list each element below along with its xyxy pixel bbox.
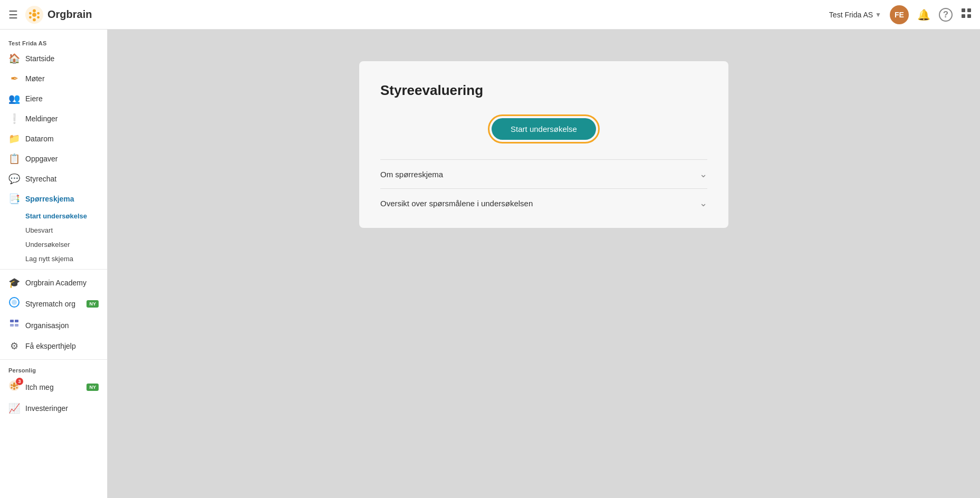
sidebar-sub-label-start-undersokelse: Start undersøkelse (25, 212, 87, 220)
sidebar-sub-label-ubesvart: Ubesvart (25, 226, 53, 234)
messages-icon: ❕ (8, 113, 20, 125)
sidebar-item-fa-eksperthjelp[interactable]: ⚙ Få eksperthjelp (0, 336, 107, 356)
main-card: Styreevaluering Start undersøkelse Om sp… (359, 61, 728, 228)
help-icon[interactable]: ? (939, 8, 953, 22)
sidebar-personal-section-label: Personlig (0, 363, 107, 376)
accordion-item-om-sporreskjema[interactable]: Om spørreskjema ⌄ (380, 159, 707, 188)
sidebar-item-label-eiere: Eiere (25, 94, 43, 103)
logo-area: Orgbrain (24, 5, 92, 25)
sidebar-item-label-styrematch-org: Styrematch org (25, 300, 75, 308)
avatar-initials: FE (895, 11, 904, 19)
sidebar-item-styrematch-org[interactable]: Styrematch org NY (0, 293, 107, 314)
styrematch-org-badge: NY (87, 300, 99, 308)
orgbrain-logo-icon (24, 5, 44, 25)
header-left: ☰ Orgbrain (8, 5, 829, 25)
sidebar-item-label-oppgaver: Oppgaver (25, 155, 57, 163)
svg-point-7 (32, 13, 36, 17)
sidebar-item-label-moter: Møter (25, 74, 45, 83)
sidebar-item-organisasjon[interactable]: Organisasjon (0, 314, 107, 336)
svg-point-3 (37, 16, 40, 18)
org-icon (8, 319, 20, 332)
sidebar-item-itch-meg[interactable]: 3 Itch meg NY (0, 376, 107, 398)
sidebar-item-oppgaver[interactable]: 📋 Oppgaver (0, 149, 107, 169)
home-icon: 🏠 (8, 53, 20, 64)
sidebar-item-meldinger[interactable]: ❕ Meldinger (0, 109, 107, 129)
sidebar-item-label-styrechat: Styrechat (25, 175, 56, 183)
company-name: Test Frida AS (829, 11, 873, 19)
dataroom-icon: 📁 (8, 133, 20, 145)
sidebar-sub-item-undersokelser[interactable]: Undersøkelser (0, 237, 107, 252)
tasks-icon: 📋 (8, 153, 20, 165)
start-undersokelse-button[interactable]: Start undersøkelse (492, 118, 596, 140)
svg-point-1 (33, 9, 36, 12)
svg-point-21 (16, 387, 18, 389)
accordion-label-om-sporreskjema: Om spørreskjema (380, 170, 443, 179)
svg-rect-15 (15, 320, 18, 322)
sidebar-item-styrechat[interactable]: 💬 Styrechat (0, 169, 107, 189)
svg-point-2 (37, 12, 40, 14)
content-area: Styreevaluering Start undersøkelse Om sp… (108, 30, 980, 498)
sidebar-item-label-meldinger: Meldinger (25, 114, 57, 123)
sidebar-sub-item-start-undersokelse[interactable]: Start undersøkelse (0, 209, 107, 223)
accordion-label-oversikt-sporsmal: Oversikt over spørsmålene i undersøkelse… (380, 199, 533, 208)
sidebar-item-label-sporreskjema: Spørreskjema (25, 195, 74, 203)
sidebar-item-investeringer[interactable]: 📈 Investeringer (0, 398, 107, 418)
accordion-item-oversikt-sporsmal[interactable]: Oversikt over spørsmålene i undersøkelse… (380, 188, 707, 217)
company-chevron-icon: ▼ (875, 11, 881, 18)
sidebar: Test Frida AS 🏠 Startside ✒ Møter 👥 Eier… (0, 30, 108, 498)
accordion-chevron-om-sporreskjema-icon: ⌄ (699, 168, 707, 180)
main-layout: Test Frida AS 🏠 Startside ✒ Møter 👥 Eier… (0, 30, 980, 498)
header-right: Test Frida AS ▼ FE 🔔 ? (829, 5, 972, 24)
sidebar-item-label-organisasjon: Organisasjon (25, 321, 69, 330)
svg-point-4 (33, 18, 36, 21)
svg-point-6 (29, 12, 32, 14)
sidebar-item-label-academy: Orgbrain Academy (25, 279, 87, 287)
logo-text: Orgbrain (47, 8, 92, 21)
sidebar-item-eiere[interactable]: 👥 Eiere (0, 89, 107, 109)
svg-point-25 (13, 384, 16, 387)
sidebar-item-moter[interactable]: ✒ Møter (0, 69, 107, 89)
sidebar-item-label-expert: Få eksperthjelp (25, 342, 76, 350)
sidebar-section-label: Test Frida AS (0, 36, 107, 49)
sidebar-sub-item-ubesvart[interactable]: Ubesvart (0, 223, 107, 237)
sidebar-item-label-itch-meg: Itch meg (25, 383, 54, 391)
sidebar-item-label-datarom: Datarom (25, 135, 54, 143)
svg-point-22 (13, 388, 15, 390)
apps-grid-icon[interactable] (961, 8, 972, 21)
sidebar-sub-label-lag-nytt-skjema: Lag nytt skjema (25, 255, 73, 263)
start-button-wrapper: Start undersøkelse (380, 114, 707, 143)
owners-icon: 👥 (8, 93, 20, 104)
questionnaire-icon: 📑 (8, 193, 20, 205)
svg-point-23 (11, 387, 13, 389)
investments-icon: 📈 (8, 403, 20, 414)
itchmeg-icon: 3 (8, 380, 20, 394)
notification-icon[interactable]: 🔔 (917, 8, 930, 21)
svg-point-24 (11, 384, 13, 386)
sidebar-sub-item-lag-nytt-skjema[interactable]: Lag nytt skjema (0, 252, 107, 266)
sidebar-item-orgbrain-academy[interactable]: 🎓 Orgbrain Academy (0, 273, 107, 293)
svg-point-5 (29, 16, 32, 18)
app-header: ☰ Orgbrain Test Frida AS ▼ (0, 0, 980, 30)
svg-rect-16 (10, 324, 14, 327)
svg-rect-11 (967, 14, 971, 18)
sidebar-item-label-investeringer: Investeringer (25, 404, 68, 413)
itch-meg-badge-count: 3 (16, 378, 23, 385)
meetings-icon: ✒ (8, 73, 20, 84)
sidebar-item-sporreskjema[interactable]: 📑 Spørreskjema (0, 189, 107, 209)
svg-rect-9 (967, 8, 971, 12)
sidebar-divider-1 (0, 269, 107, 270)
styrematch-icon (8, 297, 20, 310)
svg-rect-10 (962, 14, 965, 18)
academy-icon: 🎓 (8, 277, 20, 289)
hamburger-menu-icon[interactable]: ☰ (8, 8, 18, 21)
sidebar-item-datarom[interactable]: 📁 Datarom (0, 129, 107, 149)
sidebar-item-label-startside: Startside (25, 54, 54, 63)
sidebar-divider-2 (0, 359, 107, 360)
card-title: Styreevaluering (380, 82, 707, 99)
svg-point-13 (12, 300, 17, 305)
sidebar-item-startside[interactable]: 🏠 Startside (0, 49, 107, 69)
accordion-chevron-oversikt-icon: ⌄ (699, 197, 707, 209)
user-avatar[interactable]: FE (890, 5, 909, 24)
company-selector[interactable]: Test Frida AS ▼ (829, 11, 881, 19)
itch-meg-badge: NY (87, 384, 99, 391)
